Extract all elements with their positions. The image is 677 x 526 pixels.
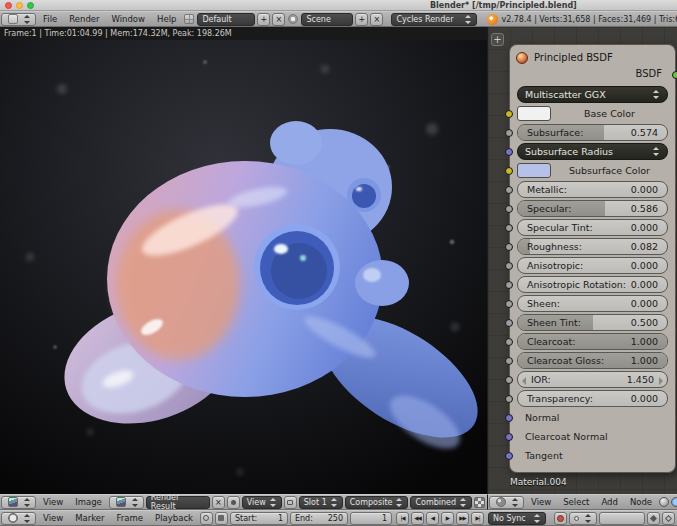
menu-add[interactable]: Add <box>595 495 623 510</box>
clearcoat-gloss-slider[interactable]: Clearcoat Gloss: 1.000 <box>517 352 668 369</box>
specular-tint-socket[interactable] <box>505 224 513 232</box>
delete-scene-button[interactable]: × <box>370 13 383 26</box>
clearcoat-slider[interactable]: Clearcoat: 1.000 <box>517 333 668 350</box>
node-editor-viewport[interactable]: + Principled BSDF BSDF Multiscatter GGX <box>487 27 677 494</box>
subsurface-radius-socket[interactable] <box>505 148 513 156</box>
clearcoat-normal-socket[interactable] <box>505 433 513 441</box>
anisotropic-slider[interactable]: Anisotropic: 0.000 <box>517 257 668 274</box>
auto-keyframe-toggle[interactable] <box>554 512 567 525</box>
active-keying-set-field[interactable] <box>599 512 645 525</box>
render-slot-lock-button[interactable] <box>284 496 297 509</box>
menu-select[interactable]: Select <box>557 495 595 510</box>
jump-to-start-button[interactable]: |◀ <box>396 512 409 525</box>
play-reverse-button[interactable]: ◀ <box>426 512 439 525</box>
menu-file[interactable]: File <box>37 12 63 27</box>
browse-image-button[interactable] <box>109 496 144 509</box>
toolbar-expand-button[interactable]: + <box>491 33 504 46</box>
menu-playback[interactable]: Playback <box>149 511 199 526</box>
subsurface-color-swatch[interactable] <box>517 163 551 178</box>
pin-image-button[interactable] <box>227 496 240 509</box>
close-window-button[interactable] <box>5 2 12 9</box>
metallic-socket[interactable] <box>505 186 513 194</box>
anisotropic-rotation-socket[interactable] <box>505 281 513 289</box>
ior-field[interactable]: IOR: 1.450 <box>517 371 668 388</box>
node-header[interactable]: Principled BSDF <box>510 48 675 67</box>
bsdf-output-socket[interactable] <box>672 71 677 79</box>
base-color-socket[interactable] <box>505 110 513 118</box>
material-ball-icon[interactable] <box>659 497 669 507</box>
menu-view[interactable]: View <box>525 495 557 510</box>
jump-to-end-button[interactable]: ▶| <box>471 512 484 525</box>
clearcoat-socket[interactable] <box>505 338 513 346</box>
screen-layout-selector[interactable]: Default <box>197 13 255 26</box>
metallic-slider[interactable]: Metallic: 0.000 <box>517 181 668 198</box>
tangent-socket[interactable] <box>505 452 513 460</box>
sync-mode-dropdown[interactable]: No Sync <box>488 512 546 525</box>
play-button[interactable]: ▶ <box>441 512 454 525</box>
base-color-swatch[interactable] <box>517 106 551 121</box>
ior-socket[interactable] <box>505 376 513 384</box>
world-icon[interactable] <box>671 497 677 507</box>
principled-bsdf-node[interactable]: Principled BSDF BSDF Multiscatter GGX <box>509 44 676 473</box>
menu-image[interactable]: Image <box>69 495 108 510</box>
menu-view[interactable]: View <box>37 511 69 526</box>
zoom-window-button[interactable] <box>27 2 34 9</box>
editor-type-selector[interactable] <box>1 13 36 26</box>
sheen-tint-socket[interactable] <box>505 319 513 327</box>
render-layer-dropdown[interactable]: Composite <box>345 496 409 509</box>
editor-type-selector[interactable] <box>1 512 36 525</box>
specular-slider[interactable]: Specular: 0.586 <box>517 200 668 217</box>
render-pass-dropdown[interactable]: Combined <box>410 496 472 509</box>
start-frame-field[interactable]: Start:1 <box>230 512 288 525</box>
subsurface-color-socket[interactable] <box>505 167 513 175</box>
menu-node[interactable]: Node <box>624 495 658 510</box>
end-frame-field[interactable]: End:250 <box>290 512 348 525</box>
editor-type-selector[interactable] <box>489 496 524 509</box>
distribution-dropdown[interactable]: Multiscatter GGX <box>517 86 668 103</box>
add-scene-button[interactable]: + <box>355 13 368 26</box>
delete-layout-button[interactable]: × <box>272 13 285 26</box>
menu-frame[interactable]: Frame <box>111 511 149 526</box>
unlink-image-button[interactable]: × <box>212 496 225 509</box>
decrement-arrow-icon[interactable] <box>522 377 526 385</box>
delete-keyframe-button[interactable] <box>662 512 675 525</box>
multiview-dropdown[interactable]: View <box>242 496 282 509</box>
roughness-slider[interactable]: Roughness: 0.082 <box>517 238 668 255</box>
menu-render[interactable]: Render <box>63 12 105 27</box>
menu-help[interactable]: Help <box>151 12 182 27</box>
sheen-socket[interactable] <box>505 300 513 308</box>
transparency-socket[interactable] <box>505 395 513 403</box>
editor-type-selector[interactable] <box>1 496 36 509</box>
subsurface-socket[interactable] <box>505 129 513 137</box>
image-datablock-field[interactable]: Render Result <box>146 496 210 509</box>
roughness-socket[interactable] <box>505 243 513 251</box>
specular-socket[interactable] <box>505 205 513 213</box>
keying-set-dropdown[interactable] <box>569 512 597 525</box>
specular-tint-slider[interactable]: Specular Tint: 0.000 <box>517 219 668 236</box>
render-engine-dropdown[interactable]: Cycles Render <box>391 13 477 26</box>
menu-marker[interactable]: Marker <box>69 511 110 526</box>
subsurface-radius-dropdown[interactable]: Subsurface Radius <box>517 143 668 160</box>
lock-time-toggle[interactable] <box>215 512 228 525</box>
minimize-window-button[interactable] <box>16 2 23 9</box>
sheen-slider[interactable]: Sheen: 0.000 <box>517 295 668 312</box>
menu-view[interactable]: View <box>37 495 69 510</box>
render-viewport[interactable]: Frame:1 | Time:01:04.99 | Mem:174.32M, P… <box>0 27 487 494</box>
next-keyframe-button[interactable]: ▶▶ <box>456 512 469 525</box>
preview-range-toggle[interactable] <box>200 512 213 525</box>
previous-keyframe-button[interactable]: ◀◀ <box>411 512 424 525</box>
anisotropic-rotation-slider[interactable]: Anisotropic Rotation: 0.000 <box>517 276 668 293</box>
subsurface-slider[interactable]: Subsurface: 0.574 <box>517 124 668 141</box>
insert-keyframe-button[interactable] <box>647 512 660 525</box>
sheen-tint-slider[interactable]: Sheen Tint: 0.500 <box>517 314 668 331</box>
increment-arrow-icon[interactable] <box>659 377 663 385</box>
slot-dropdown[interactable]: Slot 1 <box>299 496 343 509</box>
add-layout-button[interactable]: + <box>257 13 270 26</box>
anisotropic-socket[interactable] <box>505 262 513 270</box>
rgba-channels-icon[interactable] <box>474 497 485 508</box>
scene-selector[interactable]: Scene <box>301 13 353 26</box>
menu-window[interactable]: Window <box>106 12 152 27</box>
normal-socket[interactable] <box>505 414 513 422</box>
current-frame-field[interactable]: 1 <box>350 512 392 525</box>
clearcoat-gloss-socket[interactable] <box>505 357 513 365</box>
